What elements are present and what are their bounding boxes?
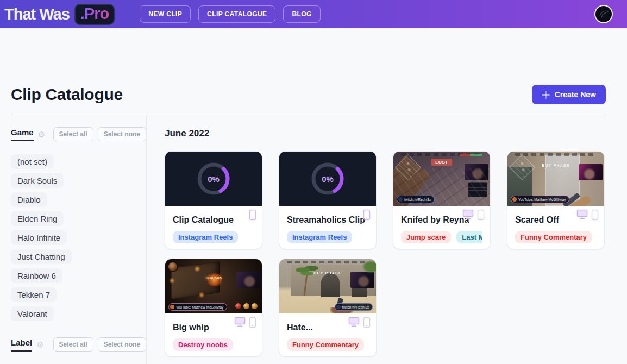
- clip-tag: Instagram Reels: [173, 231, 238, 243]
- label-settings-gear-icon[interactable]: ⚙: [36, 341, 43, 349]
- thumb-overlay-text: 384,545: [206, 275, 222, 280]
- thumbnail-image: LOST twitch.tv/Rephl3x: [393, 152, 490, 206]
- thumb-decor: [198, 292, 205, 298]
- label-filter-title: Label: [11, 338, 32, 352]
- clip-grid-main: June 2022 0%: [147, 115, 606, 364]
- phone-format-icon: [477, 209, 485, 221]
- watermark-badge: YouTube: Matthew McGillivray: [511, 196, 569, 203]
- game-filter-title: Game: [11, 128, 34, 141]
- watermark-text: twitch.tv/Rephl3x: [404, 198, 431, 202]
- label-select-none-button[interactable]: Select none: [98, 337, 146, 352]
- clip-card[interactable]: BUY PHASE YouTube: Matthew McGillivray: [507, 151, 605, 249]
- game-chip-valorant[interactable]: Valorant: [11, 306, 54, 321]
- watermark-avatar: [512, 197, 517, 202]
- create-new-button[interactable]: Create New: [532, 85, 606, 104]
- watermark-badge: YouTube: Matthew McGillivray: [168, 303, 227, 311]
- navbar: That Was .Pro NEW CLIP CLIP CATALOGUE BL…: [0, 0, 627, 28]
- thumb-minimap: [395, 154, 421, 180]
- watermark-avatar: [398, 197, 403, 202]
- phone-format-icon: [363, 317, 371, 328]
- phone-format-icon: [249, 209, 256, 221]
- plus-icon: [542, 91, 550, 99]
- watermark-avatar: [170, 305, 174, 309]
- game-select-all-button[interactable]: Select all: [53, 127, 93, 141]
- thumb-decor: [362, 260, 376, 273]
- thumb-decor: [243, 303, 249, 309]
- game-chip-list: (not set) Dark Souls Diablo Elden Ring H…: [11, 154, 146, 321]
- game-chip-not-set[interactable]: (not set): [11, 154, 54, 169]
- card-body: Streamaholics Clip Instagram Reels: [279, 206, 376, 243]
- logo-pro-text: .Pro: [80, 5, 109, 22]
- label-filter-header: Label ⚙ Select all Select none: [11, 337, 146, 352]
- label-filter-section: Label ⚙ Select all Select none Any of th…: [11, 337, 146, 364]
- watermark-avatar: [336, 305, 341, 309]
- clip-card[interactable]: LOST twitch.tv/Rephl3x: [393, 151, 491, 249]
- create-new-label: Create New: [555, 90, 596, 99]
- progress-percent: 0%: [196, 161, 231, 196]
- game-chip-halo-infinite[interactable]: Halo Infinite: [11, 230, 67, 245]
- filters-sidebar: Game ⚙ Select all Select none (not set) …: [11, 115, 147, 364]
- thumb-decor: [321, 273, 340, 297]
- card-body: Scared Off Funny Commentary: [507, 206, 604, 243]
- thumbnail-image: 384,545 YouTube: Matthew McGillivray: [165, 259, 262, 313]
- card-body: Clip Catalogue Instagram Reels: [165, 206, 262, 243]
- logo[interactable]: That Was .Pro: [4, 4, 115, 25]
- phone-format-icon: [249, 317, 256, 328]
- page-header: Clip Catalogue Create New: [11, 85, 606, 104]
- phone-format-icon: [591, 209, 599, 221]
- game-chip-diablo[interactable]: Diablo: [11, 192, 47, 207]
- game-chip-tekken-7[interactable]: Tekken 7: [11, 287, 57, 302]
- avatar-swoosh-icon: [598, 8, 610, 20]
- thumb-healthbar: [460, 154, 482, 156]
- phone-format-icon: [363, 209, 371, 221]
- game-chip-dark-souls[interactable]: Dark Souls: [11, 173, 64, 188]
- clip-title: Clip Catalogue: [173, 215, 254, 225]
- card-body: Hate... Funny Commentary: [279, 313, 376, 351]
- progress-ring: 0%: [310, 161, 345, 196]
- clip-card[interactable]: 0% Streamaholics Clip Instagram Reel: [279, 151, 377, 249]
- clip-tag: Funny Commentary: [515, 231, 592, 243]
- nav-link-clip-catalogue[interactable]: CLIP CATALOGUE: [198, 5, 275, 23]
- clip-card[interactable]: 0% Clip Catalogue Instagram Reels: [165, 151, 262, 249]
- thumb-overlay-text: BUY PHASE: [314, 271, 342, 275]
- nav-links: NEW CLIP CLIP CATALOGUE BLOG: [140, 5, 320, 23]
- clip-tag: Instagram Reels: [287, 231, 352, 243]
- label-select-all-button[interactable]: Select all: [53, 337, 93, 352]
- game-filter-header: Game ⚙ Select all Select none: [11, 127, 146, 141]
- progress-percent: 0%: [310, 161, 345, 196]
- page-title: Clip Catalogue: [11, 85, 123, 104]
- progress-thumbnail: 0%: [165, 152, 262, 206]
- watermark-text: YouTube: Matthew McGillivray: [518, 198, 566, 202]
- clip-tag: Destroy noobs: [173, 338, 233, 351]
- game-chip-just-chatting[interactable]: Just Chatting: [11, 249, 72, 264]
- thumb-overlay-text: BUY PHASE: [542, 164, 570, 167]
- monitor-format-icon: [462, 209, 474, 219]
- game-chip-elden-ring[interactable]: Elden Ring: [11, 211, 64, 226]
- user-avatar[interactable]: [594, 5, 613, 23]
- monitor-format-icon: [348, 317, 360, 327]
- clip-title: Streamaholics Clip: [287, 215, 368, 225]
- card-body: Big whip Destroy noobs: [165, 313, 262, 351]
- thumb-decor: [468, 182, 487, 197]
- game-chip-rainbow-6[interactable]: Rainbow 6: [11, 268, 62, 283]
- game-select-none-button[interactable]: Select none: [98, 127, 146, 141]
- watermark-text: YouTube: Matthew McGillivray: [176, 305, 223, 309]
- clip-tag: Jump scare: [401, 231, 451, 243]
- thumb-overlay-text: LOST: [431, 159, 452, 166]
- progress-thumbnail: 0%: [279, 152, 376, 206]
- facecam-overlay: [350, 272, 374, 288]
- cards-grid: 0% Clip Catalogue Instagram Reels: [165, 151, 606, 357]
- nav-link-new-clip[interactable]: NEW CLIP: [140, 5, 191, 23]
- facecam-overlay: [236, 272, 260, 288]
- logo-text: That Was: [4, 5, 70, 23]
- monitor-format-icon: [234, 317, 246, 327]
- game-settings-gear-icon[interactable]: ⚙: [38, 130, 45, 139]
- thumb-decor: [235, 303, 241, 309]
- nav-link-blog[interactable]: BLOG: [283, 5, 320, 23]
- card-body: Knifed by Reyna Jump scare Last Man Stan…: [393, 206, 490, 243]
- thumb-decor: [235, 303, 258, 309]
- month-heading: June 2022: [165, 128, 606, 139]
- logo-pro-box: .Pro: [74, 4, 115, 25]
- clip-card[interactable]: BUY PHASE twitch.tv/Rephl3x: [279, 259, 377, 357]
- clip-card[interactable]: 384,545 YouTube: Matthew McGillivray: [165, 259, 262, 357]
